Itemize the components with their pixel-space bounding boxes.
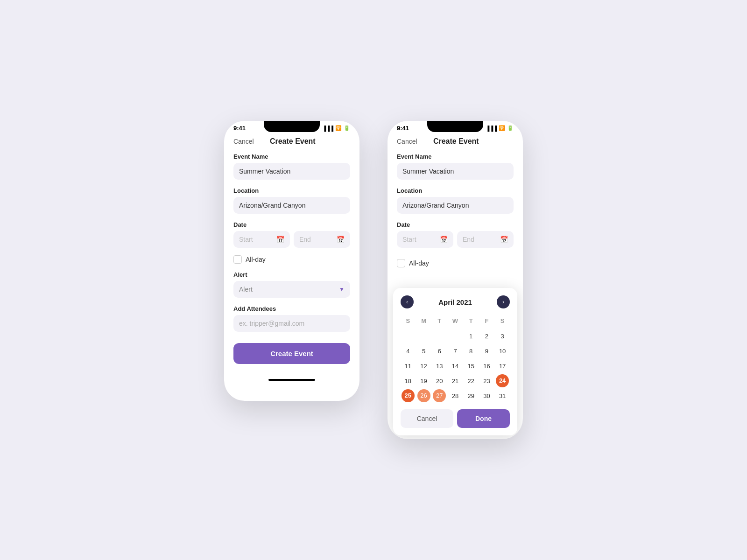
cal-cell-31[interactable]: 31 <box>495 389 510 403</box>
cal-cell-1[interactable]: 1 <box>464 329 479 343</box>
day-header-wed: W <box>448 314 463 328</box>
calendar-done-button[interactable]: Done <box>457 409 510 428</box>
screen-container: 9:41 ▐▐▐ 🛜 🔋 Cancel Create Event Event N… <box>205 93 542 467</box>
event-name-label: Event Name <box>233 153 350 160</box>
cal-cell-4[interactable]: 4 <box>401 344 416 358</box>
calendar-next-button[interactable]: › <box>497 295 510 308</box>
event-name-input[interactable] <box>233 163 350 180</box>
cal-cell-empty-2 <box>416 329 431 343</box>
cal-cell-19[interactable]: 19 <box>416 374 431 388</box>
nav-bar-1: Cancel Create Event <box>224 132 359 149</box>
allday-checkbox-2[interactable] <box>397 259 405 267</box>
cal-cell-28[interactable]: 28 <box>448 389 463 403</box>
calendar-week-1: 1 2 3 <box>401 329 510 343</box>
cal-cell-29[interactable]: 29 <box>464 389 479 403</box>
cal-cell-18[interactable]: 18 <box>401 374 416 388</box>
calendar-week-3: 11 12 13 14 15 16 17 <box>401 359 510 373</box>
cal-cell-10[interactable]: 10 <box>495 344 510 358</box>
cal-cell-21[interactable]: 21 <box>448 374 463 388</box>
form-1: Event Name Location Date Start 📅 End 📅 <box>224 149 359 373</box>
cal-cell-15[interactable]: 15 <box>464 359 479 373</box>
cal-cell-14[interactable]: 14 <box>448 359 463 373</box>
calendar-prev-button[interactable]: ‹ <box>401 295 414 308</box>
cal-cell-17[interactable]: 17 <box>495 359 510 373</box>
status-icons-2: ▐▐▐ 🛜 🔋 <box>486 125 514 131</box>
date-label-2: Date <box>397 221 514 228</box>
cal-cell-6[interactable]: 6 <box>432 344 447 358</box>
location-input-2[interactable] <box>397 197 514 214</box>
cal-cell-27-range-end[interactable]: 27 <box>433 389 446 402</box>
cal-cell-11[interactable]: 11 <box>401 359 416 373</box>
cal-cell-empty-1 <box>401 329 416 343</box>
cal-cell-7[interactable]: 7 <box>448 344 463 358</box>
date-group-2: Date Start 📅 End 📅 <box>397 221 514 248</box>
phone-1: 9:41 ▐▐▐ 🛜 🔋 Cancel Create Event Event N… <box>224 121 359 401</box>
cal-cell-16[interactable]: 16 <box>479 359 494 373</box>
nav-title-2: Create Event <box>433 137 479 146</box>
cal-cell-13[interactable]: 13 <box>432 359 447 373</box>
location-label: Location <box>233 187 350 194</box>
calendar-cancel-button[interactable]: Cancel <box>401 409 453 428</box>
cal-cell-2[interactable]: 2 <box>479 329 494 343</box>
day-header-sat: S <box>495 314 510 328</box>
cal-cell-empty-4 <box>448 329 463 343</box>
cal-cell-9[interactable]: 9 <box>479 344 494 358</box>
battery-icon-2: 🔋 <box>507 125 514 131</box>
end-date-input-2[interactable]: End 📅 <box>457 231 514 248</box>
cancel-button-1[interactable]: Cancel <box>233 138 254 145</box>
create-event-button[interactable]: Create Event <box>233 343 350 364</box>
calendar-footer: Cancel Done <box>401 409 510 428</box>
end-placeholder: End <box>299 236 311 243</box>
event-name-label-2: Event Name <box>397 153 514 160</box>
start-calendar-icon: 📅 <box>276 236 284 243</box>
attendees-input[interactable] <box>233 315 350 332</box>
alert-select-wrapper: Alert 5 minutes before 10 minutes before… <box>233 281 350 298</box>
cal-cell-3[interactable]: 3 <box>495 329 510 343</box>
cal-cell-8[interactable]: 8 <box>464 344 479 358</box>
cancel-button-2[interactable]: Cancel <box>397 138 417 145</box>
calendar-week-5: 25 26 27 28 29 30 31 <box>401 389 510 403</box>
date-row-2: Start 📅 End 📅 <box>397 231 514 248</box>
cal-cell-5[interactable]: 5 <box>416 344 431 358</box>
calendar-week-4: 18 19 20 21 22 23 24 <box>401 374 510 388</box>
calendar-month-title: April 2021 <box>438 298 472 306</box>
cal-cell-20[interactable]: 20 <box>432 374 447 388</box>
cal-cell-22[interactable]: 22 <box>464 374 479 388</box>
calendar-grid: S M T W T F S 1 2 3 <box>401 314 510 403</box>
location-input[interactable] <box>233 197 350 214</box>
start-placeholder: Start <box>239 236 253 243</box>
event-name-group-2: Event Name <box>397 153 514 180</box>
home-indicator-1 <box>268 379 315 381</box>
date-label: Date <box>233 221 350 228</box>
end-calendar-icon-2: 📅 <box>500 236 508 243</box>
date-row: Start 📅 End 📅 <box>233 231 350 248</box>
event-name-input-2[interactable] <box>397 163 514 180</box>
calendar-popup: ‹ April 2021 › S M T W T F S <box>393 288 517 435</box>
wifi-icon-2: 🛜 <box>499 125 505 131</box>
signal-icon-2: ▐▐▐ <box>486 126 497 131</box>
end-date-input[interactable]: End 📅 <box>294 231 350 248</box>
alert-select[interactable]: Alert 5 minutes before 10 minutes before… <box>233 281 350 298</box>
start-calendar-icon-2: 📅 <box>440 236 448 243</box>
cal-cell-25-range-start[interactable]: 25 <box>402 389 415 402</box>
notch-1 <box>264 121 320 132</box>
nav-bar-2: Cancel Create Event <box>388 132 523 149</box>
calendar-day-headers: S M T W T F S <box>401 314 510 328</box>
end-placeholder-2: End <box>463 236 474 243</box>
cal-cell-30[interactable]: 30 <box>479 389 494 403</box>
cal-cell-26-range-mid[interactable]: 26 <box>417 389 430 402</box>
alert-label: Alert <box>233 271 350 278</box>
status-time-2: 9:41 <box>397 125 409 132</box>
cal-cell-23[interactable]: 23 <box>479 374 494 388</box>
start-date-input[interactable]: Start 📅 <box>233 231 290 248</box>
attendees-label: Add Attendees <box>233 305 350 312</box>
alert-group: Alert Alert 5 minutes before 10 minutes … <box>233 271 350 298</box>
cal-cell-24-today[interactable]: 24 <box>496 374 509 387</box>
day-header-mon: M <box>416 314 431 328</box>
cal-cell-12[interactable]: 12 <box>416 359 431 373</box>
allday-checkbox[interactable] <box>233 255 242 264</box>
start-date-input-2[interactable]: Start 📅 <box>397 231 453 248</box>
allday-label: All-day <box>246 256 266 263</box>
battery-icon: 🔋 <box>344 125 350 131</box>
day-header-fri: F <box>479 314 494 328</box>
